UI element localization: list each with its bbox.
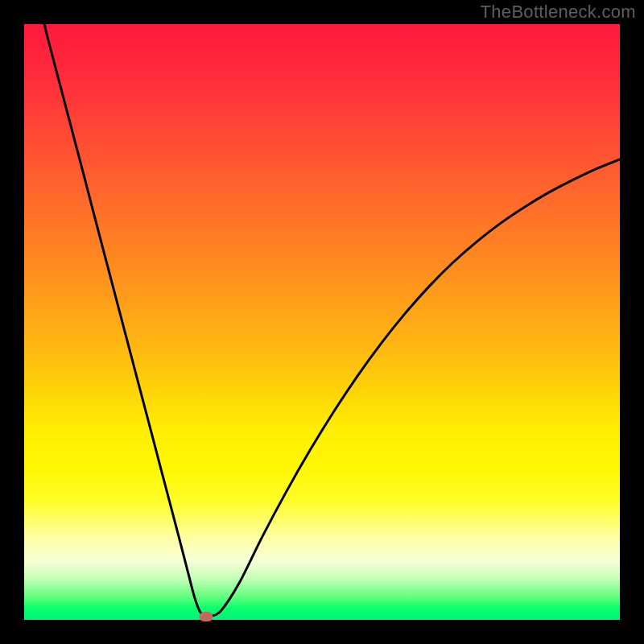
watermark-text: TheBottleneck.com bbox=[481, 2, 636, 23]
minimum-marker bbox=[199, 612, 213, 621]
plot-area bbox=[24, 24, 620, 620]
curve-path bbox=[44, 24, 620, 617]
chart-frame: TheBottleneck.com bbox=[0, 0, 644, 644]
bottleneck-curve bbox=[24, 24, 620, 620]
